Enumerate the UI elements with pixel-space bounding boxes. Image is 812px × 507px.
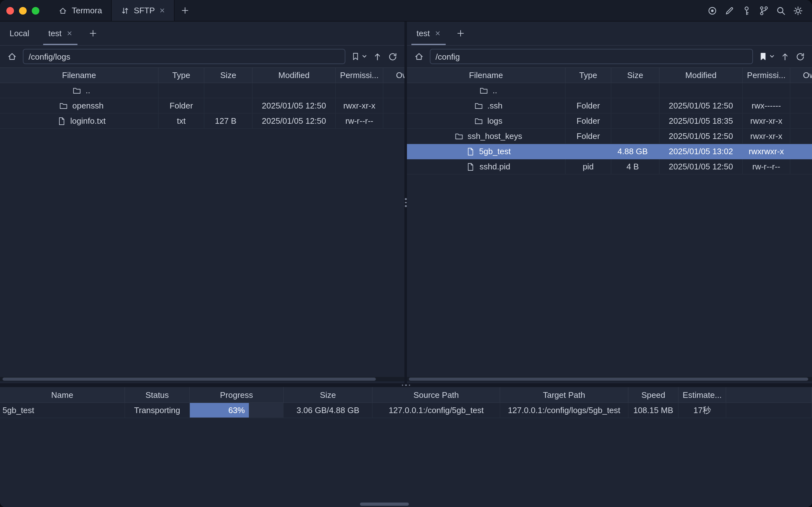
up-arrow-icon (780, 52, 790, 61)
column-header-filename[interactable]: Filename (0, 68, 159, 82)
home-icon[interactable] (7, 51, 17, 62)
new-tab-button[interactable] (175, 0, 196, 21)
filename-cell: loginfo.txt (0, 114, 159, 128)
table-row-ssh[interactable]: .ssh Folder 2025/01/05 12:50 rwx------ (407, 98, 812, 114)
search-icon[interactable] (776, 5, 786, 15)
refresh-icon (388, 52, 397, 61)
tab-test-right[interactable]: test (407, 21, 450, 45)
app-window: Termora SFTP Local (0, 0, 812, 507)
column-header-speed[interactable]: Speed (629, 387, 679, 402)
column-header-permissions[interactable]: Permissi... (743, 68, 791, 82)
column-header-permissions[interactable]: Permissi... (336, 68, 383, 82)
column-header-target-path[interactable]: Target Path (500, 387, 629, 402)
column-header-status[interactable]: Status (125, 387, 190, 402)
file-icon (57, 116, 66, 125)
column-header-size[interactable]: Size (611, 68, 660, 82)
close-tab-icon[interactable] (159, 8, 165, 13)
size-cell: 4 B (611, 159, 660, 174)
column-header-owner[interactable]: Ow (383, 68, 404, 82)
column-header-modified[interactable]: Modified (253, 68, 336, 82)
close-tab-icon[interactable] (67, 31, 72, 36)
column-header-owner[interactable]: Ow (791, 68, 812, 82)
type-cell (566, 144, 611, 159)
type-cell: Folder (566, 114, 611, 128)
permissions-cell: rwxr-xr-x (743, 129, 791, 144)
filename-cell: .. (407, 83, 566, 98)
bottom-scrollbar-thumb[interactable] (360, 503, 409, 506)
table-row-ssh-host-keys[interactable]: ssh_host_keys Folder 2025/01/05 12:50 rw… (407, 129, 812, 144)
path-input[interactable] (430, 49, 753, 64)
transfer-progress-cell: 63% (190, 403, 284, 417)
table-row-sshd-pid[interactable]: sshd.pid pid 4 B 2025/01/05 12:50 rw-r--… (407, 159, 812, 174)
path-input[interactable] (23, 49, 345, 64)
add-session-tab-button[interactable] (450, 21, 472, 45)
record-icon[interactable] (707, 5, 717, 15)
refresh-button[interactable] (388, 52, 397, 61)
tab-termora[interactable]: Termora (50, 0, 111, 21)
tab-termora-label: Termora (72, 6, 102, 15)
column-header-name[interactable]: Name (0, 387, 125, 402)
tab-local[interactable]: Local (0, 21, 39, 45)
bookmark-button[interactable] (351, 52, 367, 61)
close-window-button[interactable] (6, 7, 14, 14)
transfer-estimate-cell: 17秒 (679, 403, 726, 417)
folder-icon (474, 116, 483, 125)
column-header-modified[interactable]: Modified (660, 68, 743, 82)
close-tab-icon[interactable] (435, 31, 441, 36)
filename-cell: .. (0, 83, 159, 98)
horizontal-scrollbar[interactable] (0, 377, 404, 381)
home-icon[interactable] (414, 51, 424, 62)
filename-cell: .ssh (407, 98, 566, 113)
up-arrow-icon (373, 52, 382, 61)
bookmark-button[interactable] (759, 52, 774, 61)
column-header-source-path[interactable]: Source Path (373, 387, 500, 402)
settings-gear-icon[interactable] (793, 5, 803, 15)
plus-icon (181, 6, 190, 15)
table-row-parent-dir[interactable]: .. (407, 83, 812, 98)
transfer-row-5gb-test[interactable]: 5gb_test Transporting 63% 3.06 GB/4.88 G… (0, 403, 812, 418)
toolbar (707, 0, 812, 21)
transfer-splitter[interactable] (0, 383, 812, 387)
parent-directory-button[interactable] (780, 52, 790, 61)
table-row-openssh[interactable]: openssh Folder 2025/01/05 12:50 rwxr-xr-… (0, 98, 404, 114)
refresh-icon (796, 52, 805, 61)
filename-cell: openssh (0, 98, 159, 113)
add-session-tab-button[interactable] (82, 21, 104, 45)
key-icon[interactable] (742, 5, 752, 15)
tab-test-left[interactable]: test (39, 21, 82, 45)
git-branch-icon[interactable] (759, 5, 769, 15)
permissions-cell: rwxrwxr-x (743, 144, 791, 159)
tab-sftp[interactable]: SFTP (111, 0, 174, 21)
scrollbar-thumb[interactable] (409, 378, 808, 381)
column-header-size[interactable]: Size (205, 68, 253, 82)
table-row-logs[interactable]: logs Folder 2025/01/05 18:35 rwxr-xr-x (407, 114, 812, 129)
scrollbar-thumb[interactable] (3, 378, 376, 381)
table-row-loginfo[interactable]: loginfo.txt txt 127 B 2025/01/05 12:50 r… (0, 114, 404, 129)
tab-sftp-label: SFTP (133, 6, 155, 15)
edit-icon[interactable] (724, 5, 735, 15)
transfer-empty-cell (726, 403, 812, 417)
size-cell (611, 129, 660, 144)
owner-cell (791, 159, 812, 174)
column-header-size[interactable]: Size (284, 387, 373, 402)
filename-cell: ssh_host_keys (407, 129, 566, 144)
permissions-cell: rwxr-xr-x (743, 114, 791, 128)
column-header-type[interactable]: Type (159, 68, 205, 82)
pane-splitter[interactable] (404, 21, 407, 383)
horizontal-scrollbar[interactable] (407, 377, 812, 381)
column-header-estimate[interactable]: Estimate... (679, 387, 726, 402)
type-cell (159, 83, 205, 98)
titlebar: Termora SFTP (0, 0, 812, 21)
column-header-type[interactable]: Type (566, 68, 611, 82)
table-row-5gb-test-selected[interactable]: 5gb_test 4.88 GB 2025/01/05 13:02 rwxrwx… (407, 144, 812, 159)
refresh-button[interactable] (796, 52, 805, 61)
zoom-window-button[interactable] (32, 7, 39, 14)
parent-directory-button[interactable] (373, 52, 382, 61)
minimize-window-button[interactable] (19, 7, 27, 14)
chevron-down-icon (362, 55, 367, 58)
column-header-filename[interactable]: Filename (407, 68, 566, 82)
column-header-progress[interactable]: Progress (190, 387, 284, 402)
column-header-empty (726, 387, 812, 402)
modified-cell: 2025/01/05 12:50 (253, 98, 336, 113)
table-row-parent-dir[interactable]: .. (0, 83, 404, 98)
